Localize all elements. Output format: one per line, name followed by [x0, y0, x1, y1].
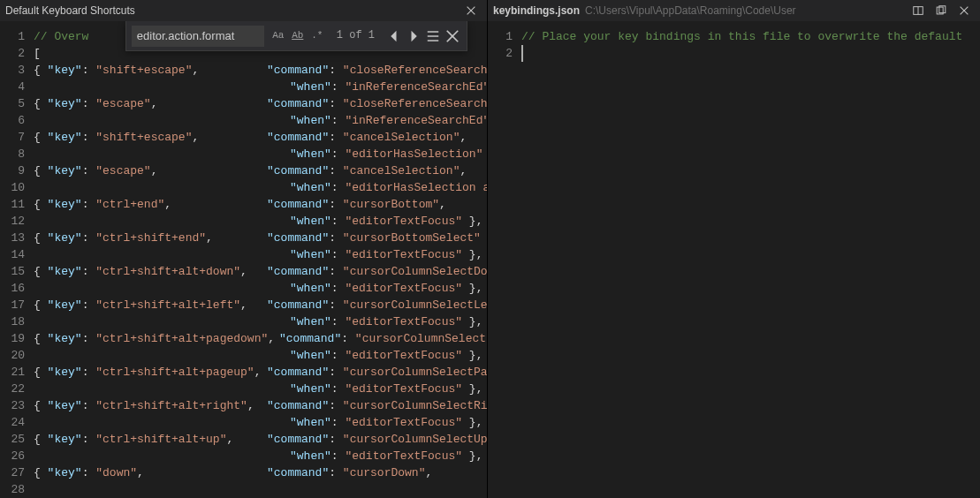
right-editor-pane: keybindings.json C:\Users\Vipul\AppData\… [488, 0, 980, 498]
right-editor[interactable]: 12 // Place your key bindings in this fi… [488, 21, 980, 498]
whole-word-toggle[interactable]: Ab [289, 27, 307, 45]
find-status: 1 of 1 [337, 27, 375, 44]
find-input[interactable] [132, 26, 264, 47]
right-tabbar: keybindings.json C:\Users\Vipul\AppData\… [488, 0, 980, 21]
split-editor-icon[interactable] [911, 4, 925, 18]
find-widget: Aa Ab .* 1 of 1 [125, 21, 467, 51]
find-prev-icon[interactable] [385, 27, 403, 45]
right-gutter: 12 [488, 21, 521, 498]
left-tabbar: Default Keyboard Shortcuts [0, 0, 487, 21]
match-case-toggle[interactable]: Aa [270, 27, 287, 45]
left-tab-title[interactable]: Default Keyboard Shortcuts [4, 4, 135, 17]
open-changes-icon[interactable] [934, 4, 948, 18]
right-code[interactable]: // Place your key bindings in this file … [521, 21, 980, 498]
regex-toggle[interactable]: .* [308, 27, 326, 45]
right-tab-path: C:\Users\Vipul\AppData\Roaming\Code\User [585, 4, 796, 17]
left-editor[interactable]: 1234567891011121314151617181920212223242… [0, 21, 487, 498]
left-code[interactable]: // Overw[{ "key": "shift+escape","comman… [34, 21, 487, 498]
left-editor-pane: Default Keyboard Shortcuts 1234567891011… [0, 0, 488, 498]
close-icon[interactable] [957, 4, 971, 18]
left-gutter: 1234567891011121314151617181920212223242… [0, 21, 34, 498]
find-options: Aa Ab .* [270, 27, 326, 45]
find-selection-icon[interactable] [424, 27, 442, 45]
find-next-icon[interactable] [405, 27, 422, 45]
find-close-icon[interactable] [444, 27, 461, 45]
right-tab-title[interactable]: keybindings.json [491, 4, 580, 17]
close-icon[interactable] [464, 4, 478, 18]
